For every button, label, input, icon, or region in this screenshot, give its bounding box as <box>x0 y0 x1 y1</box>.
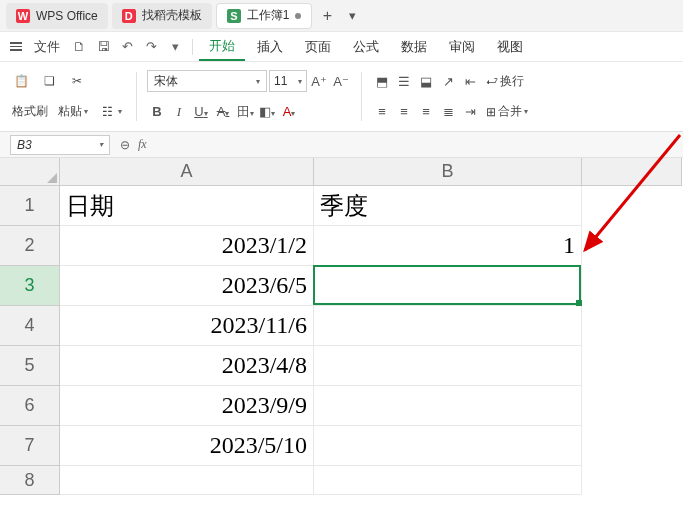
tab-dropdown-icon[interactable]: ▾ <box>342 8 362 23</box>
row-header-2[interactable]: 2 <box>0 226 60 266</box>
separator <box>192 39 193 55</box>
cell-A5[interactable]: 2023/4/8 <box>60 346 314 386</box>
cell-B8[interactable] <box>314 466 582 495</box>
italic-icon[interactable]: I <box>169 104 189 120</box>
name-box[interactable]: B3▾ <box>10 135 110 155</box>
undo-icon[interactable]: ↶ <box>116 39 138 54</box>
orientation-icon[interactable]: ↗ <box>438 74 458 89</box>
align-middle-icon[interactable]: ☰ <box>394 74 414 89</box>
cell-B1[interactable]: 季度 <box>314 186 582 226</box>
clipboard-more-icon[interactable]: ☷▾ <box>94 101 126 123</box>
row-header-4[interactable]: 4 <box>0 306 60 346</box>
cell-A8[interactable] <box>60 466 314 495</box>
clipboard-icon[interactable]: 📋 <box>8 70 34 92</box>
modified-dot-icon <box>295 13 301 19</box>
wps-icon: W <box>16 9 30 23</box>
save-icon[interactable]: 🖫 <box>92 39 114 54</box>
paste-button[interactable]: 粘贴▾ <box>54 101 92 122</box>
strike-icon[interactable]: A▾ <box>213 104 233 119</box>
fx-icon[interactable]: fx <box>138 137 147 152</box>
row-header-6[interactable]: 6 <box>0 386 60 426</box>
align-right-icon[interactable]: ≡ <box>416 104 436 119</box>
cell-B2[interactable]: 1 <box>314 226 582 266</box>
tab-label: 工作簿1 <box>247 7 290 24</box>
cell-B3[interactable] <box>314 266 582 306</box>
row-header-1[interactable]: 1 <box>0 186 60 226</box>
menu-tab-insert[interactable]: 插入 <box>247 34 293 60</box>
merge-button[interactable]: ⊞合并▾ <box>482 101 532 122</box>
tab-label: WPS Office <box>36 9 98 23</box>
cell-A4[interactable]: 2023/11/6 <box>60 306 314 346</box>
new-tab-button[interactable]: + <box>316 7 338 25</box>
cancel-formula-icon[interactable]: ⊖ <box>120 138 130 152</box>
decrease-font-icon[interactable]: A⁻ <box>331 74 351 89</box>
app-tab-workbook[interactable]: S 工作簿1 <box>216 3 313 29</box>
format-brush-button[interactable]: 格式刷 <box>8 101 52 122</box>
cell-A1[interactable]: 日期 <box>60 186 314 226</box>
menu-tab-page[interactable]: 页面 <box>295 34 341 60</box>
col-header-A[interactable]: A <box>60 158 314 186</box>
cell-A3[interactable]: 2023/6/5 <box>60 266 314 306</box>
align-left-icon[interactable]: ≡ <box>372 104 392 119</box>
title-tab-bar: W WPS Office D 找稻壳模板 S 工作簿1 + ▾ <box>0 0 683 32</box>
wrap-text-button[interactable]: ⮐换行 <box>482 71 528 92</box>
cell-B4[interactable] <box>314 306 582 346</box>
cell-A6[interactable]: 2023/9/9 <box>60 386 314 426</box>
align-bottom-icon[interactable]: ⬓ <box>416 74 436 89</box>
app-tab-template[interactable]: D 找稻壳模板 <box>112 3 212 29</box>
cell-B6[interactable] <box>314 386 582 426</box>
docer-icon: D <box>122 9 136 23</box>
menu-file[interactable]: 文件 <box>28 34 66 60</box>
col-header-c[interactable] <box>582 158 682 186</box>
name-box-value: B3 <box>17 138 32 152</box>
menu-bar: 文件 🗋 🖫 ↶ ↷ ▾ 开始 插入 页面 公式 数据 审阅 视图 <box>0 32 683 62</box>
menu-tab-view[interactable]: 视图 <box>487 34 533 60</box>
cell-B7[interactable] <box>314 426 582 466</box>
tab-label: 找稻壳模板 <box>142 7 202 24</box>
menu-tab-data[interactable]: 数据 <box>391 34 437 60</box>
new-doc-icon[interactable]: 🗋 <box>68 39 90 54</box>
fill-color-icon[interactable]: ◧▾ <box>257 104 277 119</box>
underline-icon[interactable]: U▾ <box>191 104 211 119</box>
menu-tab-review[interactable]: 审阅 <box>439 34 485 60</box>
font-size-select[interactable]: 11▾ <box>269 70 307 92</box>
indent-decrease-icon[interactable]: ⇤ <box>460 74 480 89</box>
copy-icon[interactable]: ❏ <box>36 70 62 92</box>
sheet-icon: S <box>227 9 241 23</box>
align-center-icon[interactable]: ≡ <box>394 104 414 119</box>
col-header-B[interactable]: B <box>314 158 582 186</box>
formula-bar-row: B3▾ ⊖ fx <box>0 132 683 158</box>
menu-tab-start[interactable]: 开始 <box>199 33 245 61</box>
font-name-select[interactable]: 宋体▾ <box>147 70 267 92</box>
cell-A2[interactable]: 2023/1/2 <box>60 226 314 266</box>
hamburger-icon[interactable] <box>6 42 26 51</box>
justify-icon[interactable]: ≣ <box>438 104 458 119</box>
select-all-corner[interactable] <box>0 158 60 186</box>
redo-icon[interactable]: ↷ <box>140 39 162 54</box>
qat-dropdown-icon[interactable]: ▾ <box>164 39 186 54</box>
border-icon[interactable]: 田▾ <box>235 103 255 121</box>
indent-increase-icon[interactable]: ⇥ <box>460 104 480 119</box>
bold-icon[interactable]: B <box>147 104 167 119</box>
row-header-8[interactable]: 8 <box>0 466 60 495</box>
row-header-7[interactable]: 7 <box>0 426 60 466</box>
cell-B5[interactable] <box>314 346 582 386</box>
cut-icon[interactable]: ✂ <box>64 70 90 92</box>
menu-tab-formula[interactable]: 公式 <box>343 34 389 60</box>
ribbon: 📋 ❏ ✂ 格式刷 粘贴▾ ☷▾ 宋体▾ 11▾ A⁺ A⁻ B I U▾ A▾… <box>0 62 683 132</box>
font-color-icon[interactable]: A▾ <box>279 104 299 119</box>
spreadsheet-grid[interactable]: AB 12345678 日期季度2023/1/212023/6/52023/11… <box>0 158 683 523</box>
row-header-5[interactable]: 5 <box>0 346 60 386</box>
row-header-3[interactable]: 3 <box>0 266 60 306</box>
align-top-icon[interactable]: ⬒ <box>372 74 392 89</box>
increase-font-icon[interactable]: A⁺ <box>309 74 329 89</box>
app-tab-wps[interactable]: W WPS Office <box>6 3 108 29</box>
cell-A7[interactable]: 2023/5/10 <box>60 426 314 466</box>
